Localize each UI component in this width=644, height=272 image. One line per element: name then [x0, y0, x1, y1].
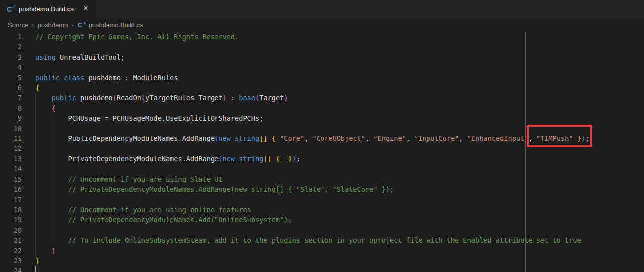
chevron-right-icon: ›: [32, 21, 34, 29]
csharp-file-icon: C #: [77, 21, 85, 28]
breadcrumb-item-source[interactable]: Source: [8, 21, 28, 29]
chevron-right-icon: ›: [71, 21, 73, 29]
code-line[interactable]: 20: [0, 225, 644, 235]
code-line[interactable]: 18 // Uncomment if you are using online …: [0, 205, 644, 215]
line-number[interactable]: 7: [0, 93, 22, 103]
line-number[interactable]: 18: [0, 205, 22, 215]
code-text: {: [22, 83, 39, 93]
close-icon[interactable]: ×: [81, 4, 91, 14]
code-text: public class pushdemo : ModuleRules: [22, 73, 178, 83]
code-line[interactable]: 7 public pushdemo(ReadOnlyTargetRules Ta…: [0, 93, 644, 103]
code-text: // PrivateDependencyModuleNames.AddRange…: [22, 184, 394, 194]
code-text: using UnrealBuildTool;: [22, 52, 125, 62]
line-number[interactable]: 20: [0, 225, 22, 235]
line-number[interactable]: 14: [0, 164, 22, 174]
code-line[interactable]: 12: [0, 143, 644, 153]
code-text: [22, 124, 35, 134]
code-text: }: [22, 246, 56, 256]
code-line[interactable]: 23}: [0, 256, 644, 266]
breadcrumb: Source › pushdemo › C # pushdemo.Build.c…: [0, 18, 644, 32]
code-text: // PrivateDependencyModuleNames.Add("Onl…: [22, 215, 292, 225]
line-number[interactable]: 19: [0, 215, 22, 225]
code-text: PrivateDependencyModuleNames.AddRange(ne…: [22, 154, 300, 164]
code-line[interactable]: 4: [0, 62, 644, 72]
line-number[interactable]: 16: [0, 184, 22, 194]
line-number[interactable]: 22: [0, 246, 22, 256]
tab-pushdemo-build-cs[interactable]: C # pushdemo.Build.cs ×: [0, 0, 96, 18]
code-line[interactable]: 14: [0, 164, 644, 174]
code-text: [22, 164, 35, 174]
line-number[interactable]: 2: [0, 42, 22, 52]
code-text: PCHUsage = PCHUsageMode.UseExplicitOrSha…: [22, 113, 263, 123]
line-number[interactable]: 1: [0, 32, 22, 42]
code-text: // Copyright Epic Games, Inc. All Rights…: [22, 32, 239, 42]
tab-title: pushdemo.Build.cs: [19, 5, 79, 13]
breadcrumb-item-pushdemo[interactable]: pushdemo: [38, 21, 68, 29]
code-text: PublicDependencyModuleNames.AddRange(new…: [22, 134, 589, 143]
line-number[interactable]: 24: [0, 266, 22, 272]
line-number[interactable]: 23: [0, 256, 22, 266]
breadcrumb-item-file[interactable]: pushdemo.Build.cs: [89, 21, 143, 29]
line-number[interactable]: 11: [0, 134, 22, 143]
line-number[interactable]: 10: [0, 124, 22, 134]
code-text: // Uncomment if you are using Slate UI: [22, 174, 222, 184]
code-line[interactable]: 11 PublicDependencyModuleNames.AddRange(…: [0, 134, 644, 143]
line-number[interactable]: 17: [0, 195, 22, 205]
code-text: [22, 143, 35, 153]
code-text: {: [22, 103, 56, 113]
line-number[interactable]: 8: [0, 103, 22, 113]
code-text: [22, 42, 35, 52]
code-line[interactable]: 6{: [0, 83, 644, 93]
line-number[interactable]: 12: [0, 143, 22, 153]
code-text: }: [22, 256, 39, 266]
code-line[interactable]: 21 // To include OnlineSubsystemSteam, a…: [0, 235, 644, 245]
line-number[interactable]: 15: [0, 174, 22, 184]
code-line[interactable]: 19 // PrivateDependencyModuleNames.Add("…: [0, 215, 644, 225]
text-cursor: [35, 266, 36, 272]
line-number[interactable]: 3: [0, 52, 22, 62]
code-line[interactable]: 22 }: [0, 246, 644, 256]
tab-bar: C # pushdemo.Build.cs ×: [0, 0, 644, 18]
code-line[interactable]: 16 // PrivateDependencyModuleNames.AddRa…: [0, 184, 644, 194]
code-line[interactable]: 15 // Uncomment if you are using Slate U…: [0, 174, 644, 184]
csharp-file-icon: C #: [7, 5, 15, 13]
code-lines: 1// Copyright Epic Games, Inc. All Right…: [0, 32, 644, 272]
code-line[interactable]: 10: [0, 124, 644, 134]
line-number[interactable]: 13: [0, 154, 22, 164]
code-text: [22, 62, 35, 72]
line-number[interactable]: 5: [0, 73, 22, 83]
code-text: [22, 266, 35, 272]
code-line[interactable]: 13 PrivateDependencyModuleNames.AddRange…: [0, 154, 644, 164]
code-text: // Uncomment if you are using online fea…: [22, 205, 251, 215]
code-line[interactable]: 8 {: [0, 103, 644, 113]
code-line[interactable]: 17: [0, 195, 644, 205]
code-line[interactable]: 9 PCHUsage = PCHUsageMode.UseExplicitOrS…: [0, 113, 644, 123]
code-line[interactable]: 1// Copyright Epic Games, Inc. All Right…: [0, 32, 644, 42]
code-line[interactable]: 5public class pushdemo : ModuleRules: [0, 73, 644, 83]
code-line[interactable]: 2: [0, 42, 644, 52]
code-text: public pushdemo(ReadOnlyTargetRules Targ…: [22, 93, 288, 103]
line-number[interactable]: 6: [0, 83, 22, 93]
line-number[interactable]: 9: [0, 113, 22, 123]
line-number[interactable]: 4: [0, 62, 22, 72]
line-number[interactable]: 21: [0, 235, 22, 245]
code-line[interactable]: 24: [0, 266, 644, 272]
code-editor[interactable]: 1// Copyright Epic Games, Inc. All Right…: [0, 32, 644, 272]
code-line[interactable]: 3using UnrealBuildTool;: [0, 52, 644, 62]
code-text: [22, 225, 35, 235]
code-text: // To include OnlineSubsystemSteam, add …: [22, 235, 581, 245]
code-text: [22, 195, 35, 205]
